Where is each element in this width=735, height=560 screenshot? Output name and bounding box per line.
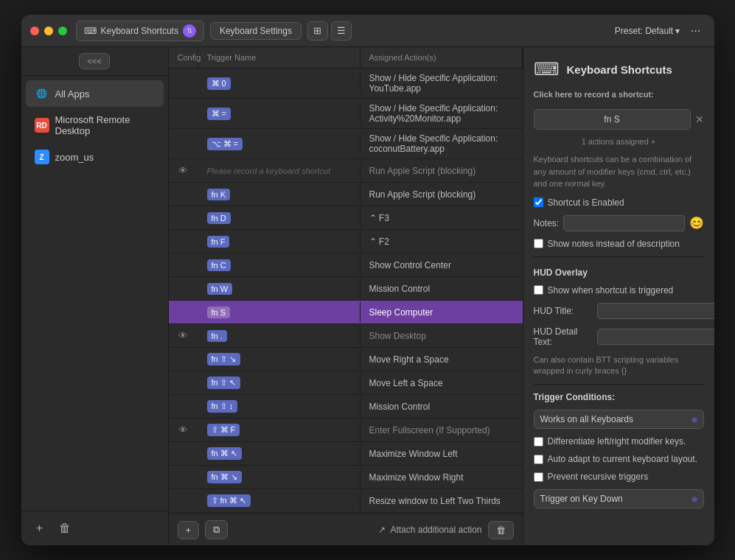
- trigger-cell: fn ⇧ ↖: [198, 372, 360, 393]
- add-shortcut-button[interactable]: +: [178, 521, 200, 539]
- diff-modifier-checkbox[interactable]: [534, 437, 543, 447]
- table-row[interactable]: ⌘ = Show / Hide Specific Application: Ac…: [169, 99, 523, 129]
- breadcrumb-button[interactable]: ⌨ Keyboard Shortcuts ⇅: [76, 21, 204, 41]
- placeholder-text: Please record a keyboard shortcut: [207, 167, 331, 175]
- duplicate-shortcut-button[interactable]: ⧉: [205, 520, 228, 539]
- minimize-button[interactable]: [44, 27, 53, 35]
- auto-adapt-row: Auto adapt to current keyboard layout.: [534, 454, 704, 464]
- table-row[interactable]: fn ⇧ ↘ Move Right a Space: [169, 348, 523, 371]
- row-config: [169, 357, 198, 363]
- table-row[interactable]: ⌘ 0 Show / Hide Specific Application: Yo…: [169, 69, 523, 99]
- notes-input[interactable]: [563, 215, 684, 231]
- hud-title-input[interactable]: [597, 303, 714, 319]
- hud-show-checkbox[interactable]: [534, 285, 543, 295]
- delete-app-button[interactable]: 🗑: [55, 519, 74, 538]
- table-row[interactable]: fn ⇧ ↕ Mission Control: [169, 395, 523, 419]
- sidebar-nav-button[interactable]: <<<: [79, 53, 109, 69]
- action-cell: Show Control Center: [360, 256, 523, 275]
- sidebar-item-microsoft-remote-desktop[interactable]: RD Microsoft Remote Desktop: [26, 108, 164, 142]
- table-row[interactable]: fn W Mission Control: [169, 277, 523, 301]
- maximize-button[interactable]: [58, 27, 67, 35]
- action-cell: Mission Control: [360, 397, 523, 416]
- shortcut-clear-button[interactable]: ✕: [695, 113, 704, 125]
- more-options-button[interactable]: ···: [686, 21, 706, 41]
- actions-count[interactable]: 1 actions assigned +: [534, 137, 704, 146]
- trigger-on-key-dropdown[interactable]: Trigger on Key Down ⊕: [534, 489, 704, 508]
- action-cell: Show Desktop: [360, 326, 523, 346]
- hidden-icon: 👁: [178, 330, 188, 341]
- action-cell: Show / Hide Specific Application: YouTub…: [360, 69, 523, 98]
- works-on-dropdown[interactable]: Works on all Keyboards ⊕: [534, 410, 704, 429]
- trigger-cell: ⌥ ⌘ =: [198, 133, 360, 155]
- hud-overlay-title: HUD Overlay: [534, 267, 704, 278]
- keyboard-settings-button[interactable]: Keyboard Settings: [210, 22, 302, 40]
- hud-show-row: Show when shortcut is triggered: [534, 285, 704, 295]
- purple-badge: ⇅: [183, 24, 196, 38]
- trigger-cell: fn ⌘ ↘: [198, 466, 360, 488]
- table-row[interactable]: 👁 fn . Show Desktop: [169, 324, 523, 348]
- table-row[interactable]: ⌥ ⌘ = Show / Hide Specific Application: …: [169, 129, 523, 159]
- table-body: ⌘ 0 Show / Hide Specific Application: Yo…: [169, 69, 523, 514]
- table-row[interactable]: fn ⌘ ↖ Maximize Window Left: [169, 442, 523, 466]
- trigger-cell: fn ⇧ ↕: [198, 396, 360, 417]
- trigger-cell: Please record a keyboard shortcut: [198, 162, 360, 180]
- table-row[interactable]: fn ⌘ ↘ Maximize Window Right: [169, 466, 523, 489]
- trigger-cell: ⌘ =: [198, 103, 360, 125]
- add-app-button[interactable]: +: [30, 519, 49, 538]
- action-cell: Resize window to Left Two Thirds: [360, 491, 523, 511]
- table-row[interactable]: fn K Run Apple Script (blocking): [169, 183, 523, 206]
- attach-label: Attach additional action: [390, 525, 481, 535]
- trigger-cell: fn F: [198, 231, 360, 252]
- key-badge: ⇧ ⌘ F: [207, 424, 240, 436]
- prevent-recursive-checkbox[interactable]: [534, 472, 543, 482]
- auto-adapt-label: Auto adapt to current keyboard layout.: [548, 454, 697, 464]
- table-row[interactable]: fn C Show Control Center: [169, 253, 523, 277]
- table-row[interactable]: fn D ⌃ F3: [169, 206, 523, 230]
- shortcut-enabled-checkbox[interactable]: [534, 197, 543, 207]
- trigger-cell: fn .: [198, 326, 360, 346]
- close-button[interactable]: [30, 27, 39, 35]
- preset-button[interactable]: Preset: Default ▾: [615, 26, 680, 36]
- prevent-recursive-row: Prevent recursive triggers: [534, 472, 704, 482]
- trigger-dropdown-arrow-icon: ⊕: [692, 495, 697, 503]
- row-config: [169, 262, 198, 268]
- key-badge: fn ⌘ ↘: [207, 471, 242, 483]
- action-cell: Maximize Window Left: [360, 444, 523, 463]
- microsoft-remote-desktop-icon: RD: [35, 118, 49, 133]
- table-row[interactable]: 👁 ⇧ ⌘ F Enter Fullscreen (If Supported): [169, 419, 523, 442]
- attach-icon: ↗: [378, 525, 386, 535]
- notes-emoji-button[interactable]: 😊: [689, 216, 704, 230]
- show-notes-checkbox[interactable]: [534, 239, 543, 248]
- auto-adapt-checkbox[interactable]: [534, 455, 543, 464]
- attach-action-button[interactable]: ↗ Attach additional action: [378, 525, 481, 535]
- row-config: [169, 80, 198, 86]
- action-cell: Move Left a Space: [360, 374, 523, 393]
- shortcut-enabled-row: Shortcut is Enabled: [534, 197, 704, 208]
- row-config: 👁: [169, 327, 198, 344]
- list-view-button[interactable]: ☰: [331, 21, 352, 41]
- delete-shortcut-button[interactable]: 🗑: [488, 521, 514, 539]
- sidebar-item-all-apps[interactable]: 🌐 All Apps: [26, 80, 164, 107]
- action-cell: Show / Hide Specific Application: coconu…: [360, 129, 523, 158]
- table-row[interactable]: 👁 Please record a keyboard shortcut Run …: [169, 159, 523, 183]
- key-badge: ⌘ 0: [207, 77, 231, 90]
- table-row[interactable]: fn F ⌃ F2: [169, 230, 523, 253]
- prevent-recursive-label: Prevent recursive triggers: [548, 472, 649, 482]
- key-badge: fn ⇧ ↖: [207, 377, 240, 389]
- grid-view-button[interactable]: ⊞: [307, 21, 328, 41]
- titlebar: ⌨ Keyboard Shortcuts ⇅ Keyboard Settings…: [21, 15, 714, 47]
- table-row[interactable]: ⇧ fn ⌘ ↖ Resize window to Left Two Third…: [169, 489, 523, 513]
- dropdown-arrow-icon: ⊕: [692, 416, 697, 424]
- action-cell: ⌃ F2: [360, 232, 523, 251]
- table-header: Config Trigger Name Assigned Action(s): [169, 47, 523, 69]
- sidebar-item-zoom-us[interactable]: Z zoom_us: [26, 144, 164, 170]
- row-config: [169, 309, 198, 315]
- shortcut-field[interactable]: fn S: [534, 109, 691, 130]
- table-footer: + ⧉ ↗ Attach additional action 🗑: [169, 514, 523, 545]
- table-row[interactable]: fn ⇧ ↖ Move Left a Space: [169, 371, 523, 395]
- sidebar-items: 🌐 All Apps RD Microsoft Remote Desktop Z…: [21, 76, 168, 511]
- hud-detail-input[interactable]: [597, 329, 714, 345]
- trigger-on-key-value: Trigger on Key Down: [540, 494, 623, 504]
- config-column-header: Config: [169, 47, 198, 68]
- table-row[interactable]: fn S Sleep Computer: [169, 301, 523, 324]
